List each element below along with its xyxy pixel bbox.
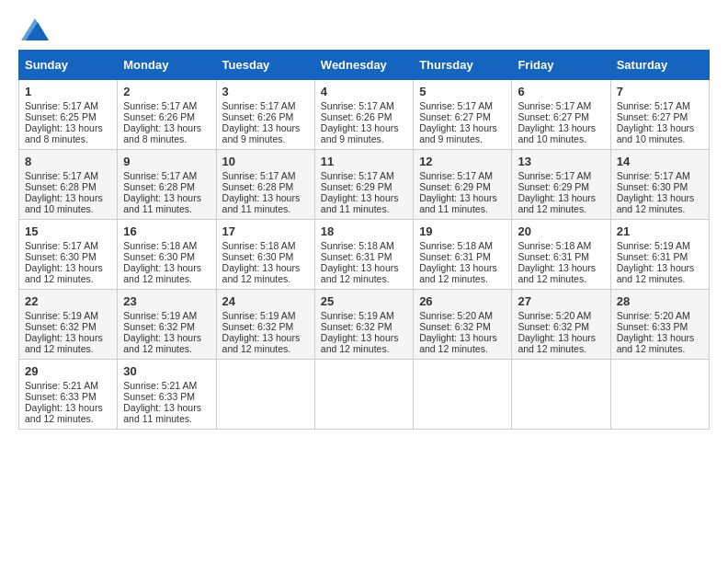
col-header-tuesday: Tuesday bbox=[216, 51, 314, 80]
col-header-friday: Friday bbox=[512, 51, 610, 80]
calendar-cell: 13 Sunrise: 5:17 AM Sunset: 6:29 PM Dayl… bbox=[512, 150, 610, 220]
sunrise-label: Sunrise: 5:20 AM bbox=[617, 310, 690, 321]
calendar-cell: 23 Sunrise: 5:19 AM Sunset: 6:32 PM Dayl… bbox=[118, 290, 216, 360]
calendar-week-row: 8 Sunrise: 5:17 AM Sunset: 6:28 PM Dayli… bbox=[19, 150, 710, 220]
calendar-cell: 15 Sunrise: 5:17 AM Sunset: 6:30 PM Dayl… bbox=[19, 220, 118, 290]
day-number: 17 bbox=[222, 224, 309, 238]
calendar-cell: 25 Sunrise: 5:19 AM Sunset: 6:32 PM Dayl… bbox=[314, 290, 413, 360]
sunset-label: Sunset: 6:28 PM bbox=[25, 181, 97, 192]
col-header-monday: Monday bbox=[118, 51, 216, 80]
sunrise-label: Sunrise: 5:20 AM bbox=[419, 310, 493, 321]
calendar-cell: 14 Sunrise: 5:17 AM Sunset: 6:30 PM Dayl… bbox=[610, 150, 709, 220]
sunset-label: Sunset: 6:28 PM bbox=[222, 181, 294, 192]
calendar-cell: 2 Sunrise: 5:17 AM Sunset: 6:26 PM Dayli… bbox=[118, 80, 216, 150]
calendar-cell: 10 Sunrise: 5:17 AM Sunset: 6:28 PM Dayl… bbox=[216, 150, 314, 220]
daylight-label: Daylight: 13 hours and 8 minutes. bbox=[123, 122, 201, 144]
day-number: 14 bbox=[617, 155, 703, 168]
calendar-header-row: SundayMondayTuesdayWednesdayThursdayFrid… bbox=[19, 51, 710, 80]
sunset-label: Sunset: 6:31 PM bbox=[321, 251, 392, 262]
sunrise-label: Sunrise: 5:17 AM bbox=[518, 100, 591, 111]
calendar-cell: 28 Sunrise: 5:20 AM Sunset: 6:33 PM Dayl… bbox=[610, 290, 709, 360]
sunrise-label: Sunrise: 5:17 AM bbox=[321, 170, 394, 181]
sunrise-label: Sunrise: 5:18 AM bbox=[419, 240, 493, 251]
day-number: 28 bbox=[617, 294, 703, 308]
daylight-label: Daylight: 13 hours and 12 minutes. bbox=[123, 332, 201, 354]
sunrise-label: Sunrise: 5:17 AM bbox=[222, 100, 296, 111]
sunset-label: Sunset: 6:29 PM bbox=[419, 181, 491, 192]
day-number: 4 bbox=[321, 85, 407, 98]
sunset-label: Sunset: 6:26 PM bbox=[222, 111, 294, 122]
col-header-sunday: Sunday bbox=[19, 51, 118, 80]
calendar-cell: 27 Sunrise: 5:20 AM Sunset: 6:32 PM Dayl… bbox=[512, 290, 610, 360]
sunset-label: Sunset: 6:33 PM bbox=[617, 321, 688, 332]
sunset-label: Sunset: 6:31 PM bbox=[617, 251, 688, 262]
calendar-cell: 20 Sunrise: 5:18 AM Sunset: 6:31 PM Dayl… bbox=[512, 220, 610, 290]
daylight-label: Daylight: 13 hours and 12 minutes. bbox=[617, 262, 695, 284]
daylight-label: Daylight: 13 hours and 12 minutes. bbox=[222, 332, 301, 354]
day-number: 2 bbox=[123, 85, 210, 98]
day-number: 16 bbox=[123, 224, 210, 238]
daylight-label: Daylight: 13 hours and 11 minutes. bbox=[321, 192, 399, 214]
sunset-label: Sunset: 6:32 PM bbox=[123, 321, 195, 332]
sunset-label: Sunset: 6:28 PM bbox=[123, 181, 195, 192]
daylight-label: Daylight: 13 hours and 8 minutes. bbox=[25, 122, 103, 144]
day-number: 24 bbox=[222, 294, 309, 308]
calendar-cell: 3 Sunrise: 5:17 AM Sunset: 6:26 PM Dayli… bbox=[216, 80, 314, 150]
sunset-label: Sunset: 6:26 PM bbox=[321, 111, 392, 122]
calendar-cell bbox=[610, 360, 709, 430]
calendar-cell: 21 Sunrise: 5:19 AM Sunset: 6:31 PM Dayl… bbox=[610, 220, 709, 290]
day-number: 22 bbox=[25, 294, 111, 308]
sunset-label: Sunset: 6:29 PM bbox=[321, 181, 392, 192]
calendar-cell: 11 Sunrise: 5:17 AM Sunset: 6:29 PM Dayl… bbox=[314, 150, 413, 220]
sunrise-label: Sunrise: 5:19 AM bbox=[25, 310, 98, 321]
sunrise-label: Sunrise: 5:18 AM bbox=[518, 240, 591, 251]
calendar-week-row: 15 Sunrise: 5:17 AM Sunset: 6:30 PM Dayl… bbox=[19, 220, 710, 290]
calendar-cell: 9 Sunrise: 5:17 AM Sunset: 6:28 PM Dayli… bbox=[118, 150, 216, 220]
calendar-cell: 1 Sunrise: 5:17 AM Sunset: 6:25 PM Dayli… bbox=[19, 80, 118, 150]
day-number: 1 bbox=[25, 85, 111, 98]
daylight-label: Daylight: 13 hours and 12 minutes. bbox=[321, 332, 399, 354]
header bbox=[18, 18, 710, 40]
day-number: 29 bbox=[25, 364, 111, 378]
daylight-label: Daylight: 13 hours and 12 minutes. bbox=[518, 332, 596, 354]
daylight-label: Daylight: 13 hours and 10 minutes. bbox=[518, 122, 596, 144]
daylight-label: Daylight: 13 hours and 12 minutes. bbox=[419, 262, 497, 284]
daylight-label: Daylight: 13 hours and 9 minutes. bbox=[222, 122, 301, 144]
day-number: 27 bbox=[518, 294, 604, 308]
calendar-cell: 24 Sunrise: 5:19 AM Sunset: 6:32 PM Dayl… bbox=[216, 290, 314, 360]
daylight-label: Daylight: 13 hours and 11 minutes. bbox=[123, 402, 201, 424]
sunset-label: Sunset: 6:33 PM bbox=[25, 391, 97, 402]
sunset-label: Sunset: 6:27 PM bbox=[617, 111, 688, 122]
day-number: 30 bbox=[123, 364, 210, 378]
sunset-label: Sunset: 6:25 PM bbox=[25, 111, 97, 122]
calendar-cell: 19 Sunrise: 5:18 AM Sunset: 6:31 PM Dayl… bbox=[414, 220, 512, 290]
calendar-cell: 17 Sunrise: 5:18 AM Sunset: 6:30 PM Dayl… bbox=[216, 220, 314, 290]
day-number: 11 bbox=[321, 155, 407, 168]
sunset-label: Sunset: 6:32 PM bbox=[222, 321, 294, 332]
calendar-cell bbox=[314, 360, 413, 430]
sunrise-label: Sunrise: 5:19 AM bbox=[617, 240, 690, 251]
day-number: 21 bbox=[617, 224, 703, 238]
sunset-label: Sunset: 6:26 PM bbox=[123, 111, 195, 122]
daylight-label: Daylight: 13 hours and 11 minutes. bbox=[222, 192, 301, 214]
calendar: SundayMondayTuesdayWednesdayThursdayFrid… bbox=[18, 50, 710, 430]
daylight-label: Daylight: 13 hours and 9 minutes. bbox=[419, 122, 497, 144]
day-number: 18 bbox=[321, 224, 407, 238]
sunrise-label: Sunrise: 5:17 AM bbox=[222, 170, 296, 181]
sunrise-label: Sunrise: 5:17 AM bbox=[123, 170, 197, 181]
day-number: 5 bbox=[419, 85, 506, 98]
calendar-cell: 5 Sunrise: 5:17 AM Sunset: 6:27 PM Dayli… bbox=[414, 80, 512, 150]
daylight-label: Daylight: 13 hours and 12 minutes. bbox=[518, 262, 596, 284]
col-header-saturday: Saturday bbox=[610, 51, 709, 80]
sunset-label: Sunset: 6:27 PM bbox=[518, 111, 589, 122]
logo-icon bbox=[21, 18, 49, 40]
daylight-label: Daylight: 13 hours and 12 minutes. bbox=[617, 332, 695, 354]
sunrise-label: Sunrise: 5:17 AM bbox=[419, 100, 493, 111]
sunrise-label: Sunrise: 5:19 AM bbox=[222, 310, 296, 321]
calendar-week-row: 22 Sunrise: 5:19 AM Sunset: 6:32 PM Dayl… bbox=[19, 290, 710, 360]
sunrise-label: Sunrise: 5:17 AM bbox=[617, 100, 690, 111]
day-number: 8 bbox=[25, 155, 111, 168]
daylight-label: Daylight: 13 hours and 12 minutes. bbox=[25, 332, 103, 354]
daylight-label: Daylight: 13 hours and 12 minutes. bbox=[222, 262, 301, 284]
day-number: 6 bbox=[518, 85, 604, 98]
